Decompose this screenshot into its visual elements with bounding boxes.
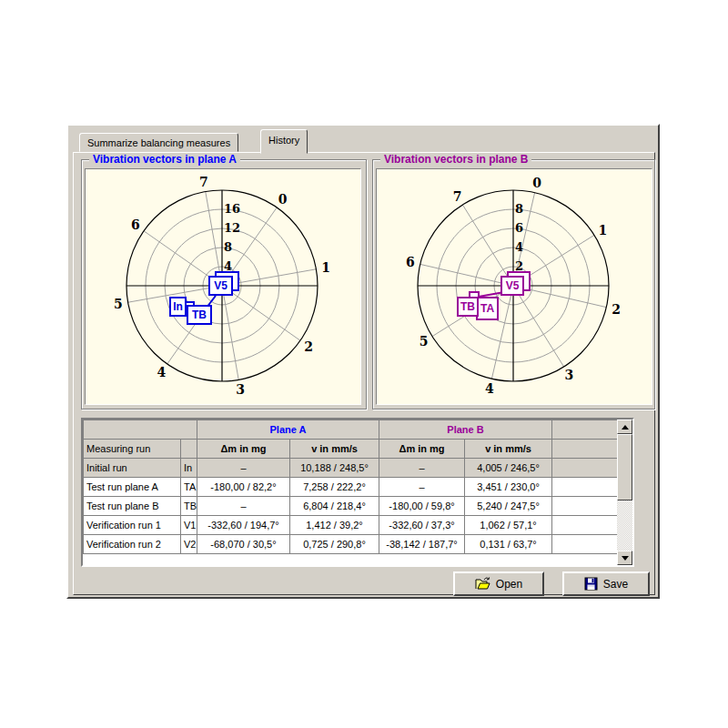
v-a-header[interactable]: v in mm/s — [290, 440, 379, 459]
table-row-in[interactable]: Initial runIn–10,188 / 248,5°–4,005 / 24… — [84, 459, 618, 478]
open-button[interactable]: Open — [453, 571, 544, 596]
ring-value-label: 6 — [515, 221, 523, 235]
dm-a-cell[interactable]: -332,60 / 194,7° — [197, 516, 290, 535]
empty-cell[interactable] — [552, 497, 618, 516]
v-b-cell[interactable]: 4,005 / 246,5° — [465, 459, 552, 478]
dm-a-cell[interactable]: – — [197, 497, 290, 516]
empty-header-cell[interactable] — [552, 420, 618, 440]
dm-b-cell[interactable]: -38,142 / 187,7° — [379, 535, 465, 554]
run-name-cell[interactable]: Verification run 1 — [84, 516, 181, 535]
run-name-cell[interactable]: Initial run — [84, 459, 181, 478]
measuring-run-header[interactable]: Measuring run — [84, 440, 181, 459]
plane-b-header[interactable]: Plane B — [379, 420, 552, 440]
sector-label: 2 — [612, 302, 621, 317]
dm-b-cell[interactable]: – — [379, 478, 465, 497]
run-name-cell[interactable]: Verification run 2 — [84, 535, 181, 554]
run-code-cell[interactable]: In — [181, 459, 197, 478]
sector-label: 4 — [157, 365, 167, 379]
v-b-header[interactable]: v in mm/s — [465, 440, 552, 459]
save-button-label: Save — [603, 578, 628, 591]
dm-b-cell[interactable]: – — [379, 459, 465, 478]
table-row-v2[interactable]: Verification run 2V2-68,070 / 30,5°0,725… — [84, 535, 618, 554]
column-header-row: Measuring runΔm in mgv in mm/sΔm in mgv … — [84, 440, 618, 459]
run-name-cell[interactable]: Test run plane A — [84, 478, 181, 497]
polar-chart-plane-a: 01234567481216V5TBIn — [85, 168, 361, 405]
table-row-tb[interactable]: Test run plane BTB–6,804 / 218,4°-180,00… — [84, 497, 618, 516]
dm-b-cell[interactable]: -332,60 / 37,3° — [379, 516, 465, 535]
scrollbar-thumb[interactable] — [617, 434, 632, 500]
table-row-ta[interactable]: Test run plane ATA-180,00 / 82,2°7,258 /… — [84, 478, 618, 497]
dm-a-cell[interactable]: -180,00 / 82,2° — [197, 478, 290, 497]
ring-value-label: 16 — [224, 202, 240, 216]
marker-label: TB — [460, 300, 475, 313]
v-a-cell[interactable]: 1,412 / 39,2° — [290, 516, 379, 535]
marker-label: TA — [480, 302, 494, 315]
dm-b-header[interactable]: Δm in mg — [379, 440, 465, 459]
run-code-cell[interactable]: TA — [181, 478, 197, 497]
sector-label: 5 — [420, 334, 429, 349]
marker-label: In — [173, 300, 183, 313]
sector-label: 5 — [114, 297, 123, 311]
ring-value-label: 4 — [224, 259, 232, 273]
sector-label: 6 — [131, 217, 140, 232]
marker-label: V5 — [506, 279, 520, 292]
ring-value-label: 8 — [224, 240, 232, 254]
app-window: Summarize balancing measures History Vib… — [66, 124, 660, 599]
tab-summarize-balancing-measures[interactable]: Summarize balancing measures — [79, 133, 238, 152]
sector-label: 3 — [565, 368, 574, 382]
grid-vertical-scrollbar[interactable] — [617, 420, 632, 565]
v-a-cell[interactable]: 7,258 / 222,2° — [290, 478, 379, 497]
sector-label: 0 — [532, 176, 541, 190]
measurements-table: Plane APlane BMeasuring runΔm in mgv in … — [83, 420, 618, 554]
plane-a-header[interactable]: Plane A — [197, 420, 379, 440]
tab-history[interactable]: History — [260, 129, 308, 154]
scroll-down-button[interactable] — [617, 551, 632, 565]
run-code-cell[interactable]: TB — [181, 497, 197, 516]
sector-label: 1 — [598, 223, 607, 238]
open-folder-icon — [475, 577, 490, 591]
v-a-cell[interactable]: 0,725 / 290,8° — [290, 535, 379, 554]
ring-value-label: 8 — [515, 202, 523, 216]
dm-a-cell[interactable]: -68,070 / 30,5° — [197, 535, 290, 554]
measurements-grid: Plane APlane BMeasuring runΔm in mgv in … — [81, 418, 634, 567]
v-a-cell[interactable]: 10,188 / 248,5° — [290, 459, 379, 478]
run-code-cell[interactable]: V1 — [181, 516, 197, 535]
table-row-v1[interactable]: Verification run 1V1-332,60 / 194,7°1,41… — [84, 516, 618, 535]
save-icon — [584, 577, 598, 591]
dm-a-header[interactable]: Δm in mg — [197, 440, 290, 459]
v-a-cell[interactable]: 6,804 / 218,4° — [290, 497, 379, 516]
save-button[interactable]: Save — [562, 571, 650, 596]
marker-label: TB — [192, 308, 207, 321]
groupbox-title-plane-b: Vibration vectors in plane B — [380, 153, 531, 166]
empty-cell[interactable] — [552, 478, 618, 497]
scroll-down-icon — [622, 556, 629, 561]
empty-cell[interactable] — [552, 516, 618, 535]
empty-cell[interactable] — [552, 459, 618, 478]
v-b-cell[interactable]: 1,062 / 57,1° — [465, 516, 552, 535]
empty-header-cell[interactable] — [552, 440, 618, 459]
polar-chart-plane-b: 012345672468V5TATB — [376, 168, 652, 405]
v-b-cell[interactable]: 3,451 / 230,0° — [465, 478, 552, 497]
open-button-label: Open — [496, 578, 522, 591]
polar-chart-plane-b-svg: 012345672468V5TATB — [377, 169, 652, 404]
run-code-cell[interactable]: V2 — [181, 535, 197, 554]
scroll-up-button[interactable] — [617, 420, 632, 434]
code-header[interactable] — [181, 440, 197, 459]
dm-b-cell[interactable]: -180,00 / 59,8° — [379, 497, 465, 516]
dm-a-cell[interactable]: – — [197, 459, 290, 478]
groupbox-plane-a: Vibration vectors in plane A 01234567481… — [81, 159, 367, 410]
ring-value-label: 4 — [515, 240, 523, 254]
empty-cell[interactable] — [552, 535, 618, 554]
run-name-cell[interactable]: Test run plane B — [84, 497, 181, 516]
sector-label: 4 — [485, 381, 494, 396]
sector-label: 3 — [236, 382, 245, 397]
sector-label: 1 — [321, 260, 330, 275]
polar-chart-plane-a-svg: 01234567481216V5TBIn — [86, 169, 360, 404]
sector-label: 0 — [278, 192, 288, 207]
sector-label: 2 — [304, 339, 313, 354]
ring-value-label: 2 — [515, 259, 523, 273]
empty-header-cell[interactable] — [84, 420, 197, 440]
scroll-up-icon — [622, 425, 629, 430]
v-b-cell[interactable]: 0,131 / 63,7° — [465, 535, 552, 554]
v-b-cell[interactable]: 5,240 / 247,5° — [465, 497, 552, 516]
